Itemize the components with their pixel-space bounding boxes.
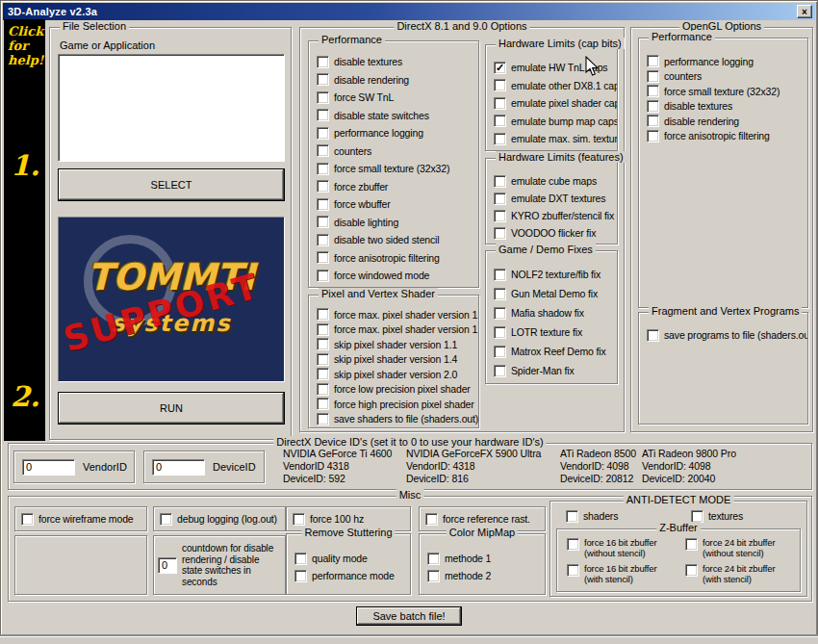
help-link[interactable]: Click for help! [4, 19, 45, 67]
checkbox-option[interactable]: counters [311, 142, 478, 161]
checkbox[interactable] [427, 553, 440, 565]
checkbox-option[interactable]: force low precision pixel shader [311, 382, 478, 398]
checkbox-option[interactable]: force max. pixel shader version 1.1 [311, 307, 478, 322]
checkbox-option[interactable]: disable rendering [311, 71, 478, 90]
checkbox-option[interactable]: save programs to file (shaders.out) [641, 326, 807, 345]
checkbox-option[interactable]: force SW TnL [311, 89, 478, 107]
checkbox-option[interactable]: force 100 hz [287, 510, 364, 528]
checkbox[interactable] [425, 513, 438, 526]
checkbox[interactable] [685, 538, 698, 551]
checkbox[interactable] [566, 510, 578, 523]
checkbox-option[interactable]: disable two sided stencil [311, 231, 478, 249]
run-button[interactable]: RUN [58, 392, 285, 425]
checkbox[interactable] [494, 346, 506, 358]
checkbox[interactable] [647, 329, 659, 342]
checkbox[interactable] [317, 353, 329, 366]
checkbox-option[interactable]: disable textures [311, 53, 478, 71]
checkbox[interactable] [494, 269, 506, 281]
checkbox[interactable] [494, 115, 506, 127]
checkbox-option[interactable]: force reference rast. [420, 510, 530, 528]
checkbox[interactable] [294, 553, 307, 565]
checkbox[interactable] [567, 538, 579, 551]
checkbox[interactable] [647, 85, 659, 97]
checkbox[interactable] [160, 513, 172, 526]
checkbox-option[interactable]: performance logging [311, 124, 478, 142]
checkbox-option[interactable]: force high precision pixel shader [311, 397, 478, 412]
checkbox-option[interactable]: disable lighting [311, 214, 478, 232]
checkbox-option[interactable]: force small texture (32x32) [311, 160, 478, 178]
checkbox[interactable] [647, 55, 659, 67]
checkbox[interactable] [494, 307, 506, 320]
checkbox[interactable] [494, 193, 506, 205]
checkbox-option[interactable]: force wbuffer [311, 195, 478, 214]
checkbox[interactable] [317, 144, 329, 157]
checkbox-option[interactable]: NOLF2 texture/fib fix [488, 265, 617, 284]
checkbox-option[interactable]: debug logging (log.out) [154, 510, 277, 528]
checkbox-option[interactable]: skip pixel shader version 1.1 [311, 337, 478, 352]
select-button[interactable]: SELECT [58, 168, 285, 201]
checkbox-option[interactable]: Matrox Reef Demo fix [488, 342, 617, 361]
checkbox[interactable] [427, 570, 440, 582]
checkbox-option[interactable]: force 16 bit zbuffer(without stencil) [561, 537, 679, 563]
checkbox[interactable] [494, 326, 506, 339]
checkbox[interactable] [494, 97, 506, 110]
checkbox[interactable] [494, 365, 506, 377]
checkbox-option[interactable]: force 24 bit zbuffer(with stencil) [679, 563, 798, 589]
game-listbox[interactable] [58, 54, 285, 162]
checkbox[interactable] [494, 288, 506, 300]
checkbox[interactable] [317, 413, 329, 425]
checkbox[interactable] [317, 251, 329, 264]
checkbox[interactable] [293, 513, 305, 526]
checkbox-option[interactable]: force small texture (32x32) [641, 84, 807, 99]
checkbox[interactable] [567, 564, 579, 577]
checkbox-option[interactable]: shaders [560, 507, 618, 526]
checkbox-option[interactable]: force 16 bit zbuffer(with stencil) [561, 563, 679, 589]
checkbox-option[interactable]: emulate cube maps [488, 172, 617, 190]
checkbox[interactable] [494, 227, 506, 240]
checkbox[interactable] [317, 127, 329, 140]
checkbox-option[interactable]: methode 2 [422, 567, 545, 584]
checkbox[interactable] [647, 115, 659, 127]
checkbox-option[interactable]: Mafia shadow fix [488, 303, 617, 322]
checkbox-checked[interactable]: ✓ [494, 62, 506, 74]
checkbox-option[interactable]: quality mode [289, 550, 410, 567]
checkbox-option[interactable]: skip pixel shader version 1.4 [311, 352, 478, 368]
checkbox-option[interactable]: LOTR texture fix [488, 322, 617, 342]
checkbox[interactable] [685, 564, 698, 577]
checkbox[interactable] [317, 234, 329, 246]
checkbox[interactable] [317, 308, 329, 321]
checkbox[interactable] [647, 100, 659, 113]
checkbox-option[interactable]: disable rendering [641, 114, 807, 129]
checkbox[interactable] [317, 109, 329, 121]
checkbox[interactable] [647, 130, 659, 142]
checkbox-option[interactable]: force 24 bit zbuffer(without stencil) [679, 537, 798, 563]
save-batch-button[interactable]: Save batch file! [356, 606, 462, 626]
checkbox-option[interactable]: emulate max. sim. textures [488, 130, 617, 148]
checkbox[interactable] [647, 70, 659, 83]
checkbox[interactable] [317, 180, 329, 193]
close-button[interactable]: × [797, 5, 812, 18]
checkbox-option[interactable]: force anisotropic filtering [641, 129, 807, 144]
checkbox[interactable] [494, 175, 506, 188]
checkbox-option[interactable]: ✓emulate HW TnL caps [488, 59, 617, 77]
checkbox[interactable] [294, 570, 307, 582]
checkbox-option[interactable]: force zbuffer [311, 178, 478, 196]
checkbox-option[interactable]: emulate bump map caps [488, 113, 617, 131]
checkbox[interactable] [317, 368, 329, 380]
checkbox[interactable] [317, 383, 329, 396]
countdown-input[interactable] [158, 557, 177, 574]
checkbox-option[interactable]: emulate DXT textures [488, 190, 617, 207]
checkbox[interactable] [317, 198, 329, 211]
checkbox[interactable] [21, 513, 34, 526]
checkbox[interactable] [317, 73, 329, 86]
checkbox-option[interactable]: force anisotropic filtering [311, 249, 478, 268]
title-bar[interactable]: 3D-Analyze v2.3a × [3, 3, 815, 20]
checkbox[interactable] [317, 398, 329, 410]
checkbox[interactable] [317, 91, 329, 104]
checkbox-option[interactable]: emulate pixel shader caps [488, 94, 617, 113]
checkbox[interactable] [317, 163, 329, 175]
checkbox[interactable] [691, 510, 703, 523]
checkbox[interactable] [317, 323, 329, 336]
checkbox-option[interactable]: force max. pixel shader version 1.4 [311, 322, 478, 338]
checkbox-option[interactable]: disable textures [641, 99, 807, 115]
